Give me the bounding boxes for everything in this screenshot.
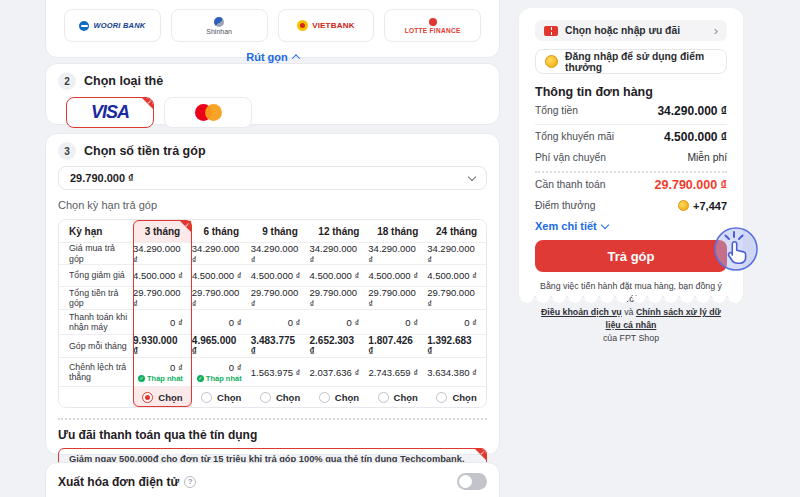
voucher-icon [544,26,558,36]
card-type-section: 2 Chọn loại thẻ VISA [45,63,500,125]
radio-icon[interactable] [201,392,212,403]
table-value-cell: 4.500.000 ₫ [133,265,192,287]
row-value: +7,447 [678,200,727,212]
invoice-toggle[interactable] [457,473,487,490]
table-value-cell: 34.290.000 ₫ [192,243,251,265]
table-value-cell: 1.807.426 ₫ [368,335,427,358]
table-value-cell: 0 ₫✓Thấp nhất [192,358,251,387]
detail-label: Xem chi tiết [535,220,597,232]
table-value-cell: 4.500.000 ₫ [427,265,486,287]
terms-link[interactable]: Điều khoản dịch vụ [541,307,622,317]
collapse-banks-link[interactable]: Rút gọn [64,51,481,63]
choose-term-radio[interactable]: Chọn [251,387,310,407]
selected-corner-badge [475,449,486,460]
table-value-cell: 4.500.000 ₫ [309,265,368,287]
choose-term-radio[interactable]: Chọn [192,387,251,407]
table-value-cell: 3.483.775 ₫ [251,335,310,358]
table-value-cell: 0 ₫ [192,310,251,335]
coin-icon [545,55,558,68]
installment-amount-select[interactable]: 29.790.000 ₫ [58,166,487,190]
radio-icon[interactable] [260,392,271,403]
row-label: Tổng tiền [535,105,578,116]
chevron-down-icon [468,173,476,181]
choose-term-radio[interactable]: Chọn [427,387,486,407]
shinhan-bank-icon [214,17,224,27]
table-value-cell: 34.290.000 ₫ [427,243,486,265]
chevron-up-icon [292,54,300,62]
table-value-cell: 0 ₫ [368,310,427,335]
choose-term-radio[interactable]: Chọn [309,387,368,407]
divider [58,418,487,420]
table-row-label: Tổng giảm giá [59,265,133,287]
help-icon[interactable] [184,476,196,488]
installment-submit-button[interactable]: Trả góp [535,240,727,272]
bank-chip-vietbank[interactable]: VIETBANK [278,9,375,42]
bank-row: WOORI BANK Shinhan VIETBANK LOTTE FINANC… [64,9,481,42]
legal-text: Bằng việc tiến hành đặt mua hàng, bạn đồ… [535,280,727,345]
login-label: Đăng nhập để sử dụng điểm thưởng [565,51,717,73]
installment-section: 3 Chọn số tiền trả góp 29.790.000 ₫ Chọn… [45,133,500,455]
choose-term-radio[interactable]: Chọn [368,387,427,407]
table-value-cell: 0 ₫ [133,310,192,335]
privacy-link[interactable]: Chính sách xử lý dữ liệu cá nhân [606,307,721,330]
bank-list-card: WOORI BANK Shinhan VIETBANK LOTTE FINANC… [45,0,500,58]
legal-conjunction: và [624,307,633,317]
term-column-header[interactable]: 18 tháng [368,220,427,243]
invoice-card: Xuất hóa đơn điện tử [45,462,500,497]
table-value-cell: 2.037.636 ₫ [309,358,368,387]
step-number-badge: 2 [58,72,76,90]
table-value-cell: 2.652.303 ₫ [309,335,368,358]
visa-option[interactable]: VISA [66,97,154,128]
radio-selected-icon[interactable] [142,392,153,403]
row-label: Tổng khuyến mãi [535,131,614,142]
section-title: Chọn số tiền trả góp [84,144,206,158]
summary-row-due: Cần thanh toán 29.790.000 ₫ [535,175,727,194]
lowest-badge: ✓Thấp nhất [197,374,242,383]
table-value-cell: 34.290.000 ₫ [133,243,192,265]
term-column-header[interactable]: 3 tháng [133,220,192,243]
table-value-cell: 0 ₫ [309,310,368,335]
bank-chip-lotte-finance[interactable]: LOTTE FINANCE [384,9,481,42]
summary-row-shipping: Phí vận chuyển Miễn phí [535,148,727,167]
bank-label: WOORI BANK [93,21,145,30]
chevron-right-icon: › [714,24,718,37]
table-value-cell: 4.500.000 ₫ [368,265,427,287]
table-value-cell: 0 ₫ [251,310,310,335]
bank-chip-shinhan[interactable]: Shinhan [171,9,268,42]
choose-term-radio[interactable]: Chọn [133,387,192,407]
table-row-label: Chênh lệch trả thẳng [59,358,133,387]
summary-row-discount: Tổng khuyến mãi 4.500.000 ₫ [535,127,727,146]
term-column-header[interactable]: 6 tháng [192,220,251,243]
table-row-label: Giá mua trả góp [59,243,133,265]
radio-icon[interactable] [436,392,447,403]
lowest-badge: ✓Thấp nhất [138,374,183,383]
mastercard-logo [195,104,222,121]
vietbank-icon [297,20,308,31]
table-value-cell: 4.965.000 ₫ [192,335,251,358]
radio-icon[interactable] [319,392,330,403]
term-column-header[interactable]: 9 tháng [251,220,310,243]
row-value: 29.790.000 ₫ [655,178,727,192]
term-label: Chọn kỳ hạn trả góp [58,199,487,211]
mastercard-option[interactable] [164,97,252,128]
table-value-cell: 4.500.000 ₫ [192,265,251,287]
login-points-button[interactable]: Đăng nhập để sử dụng điểm thưởng [535,49,727,74]
table-value-cell: 29.790.000 ₫ [368,287,427,310]
term-column-header[interactable]: 24 tháng [427,220,486,243]
table-value-cell: 0 ₫✓Thấp nhất [133,358,192,387]
selected-corner-badge [142,98,153,109]
table-value-cell: 1.392.683 ₫ [427,335,486,358]
bank-chip-woori[interactable]: WOORI BANK [64,9,161,42]
table-value-cell: 29.790.000 ₫ [133,287,192,310]
chevron-down-icon [601,220,609,228]
radio-icon[interactable] [378,392,389,403]
table-value-cell: 34.290.000 ₫ [309,243,368,265]
promo-select-button[interactable]: Chọn hoặc nhập ưu đãi › [535,20,727,41]
step-number-badge: 3 [58,142,76,160]
woori-bank-icon [79,21,89,31]
table-row-label: Thanh toán khi nhận máy [59,310,133,335]
view-details-link[interactable]: Xem chi tiết [535,220,727,232]
term-column-header[interactable]: 12 tháng [309,220,368,243]
row-value: Miễn phí [688,152,728,163]
coin-icon [678,200,689,211]
